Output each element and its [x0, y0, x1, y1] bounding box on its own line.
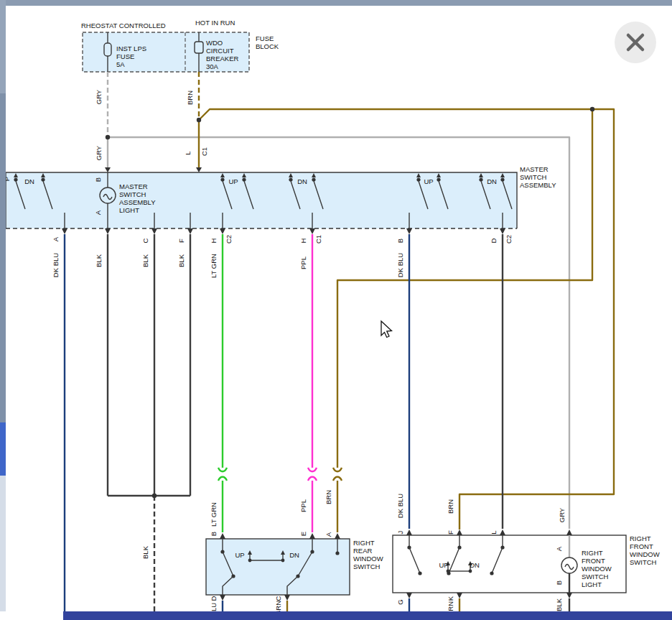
rear-switch-title: REAR [353, 547, 373, 555]
wire-color-label: BLK [141, 545, 149, 559]
close-icon [615, 22, 656, 63]
wire-brn [196, 72, 614, 611]
pin-label: L [490, 530, 498, 534]
switch-direction-label: UP [424, 177, 433, 185]
breaker-name: BREAKER [206, 55, 239, 63]
master-light-label: MASTER [119, 182, 148, 190]
wire-color-label: DK BLU [396, 494, 404, 518]
vertical-scrollbar-track[interactable] [0, 0, 6, 93]
front-light-label: LIGHT [582, 580, 602, 588]
front-switch-title: WINDOW [630, 550, 660, 558]
master-switch-title: SWITCH [520, 173, 547, 181]
master-light-label: SWITCH [119, 190, 146, 198]
wire-ppl [308, 234, 317, 539]
master-light-label: ASSEMBLY [119, 198, 156, 206]
rear-switch-title: SWITCH [353, 563, 381, 570]
connector-label: C1 [200, 147, 208, 156]
wire-color-label: DK BLU [52, 253, 60, 277]
wire-color-label: BRN [186, 91, 194, 105]
wire-color-label: BLK [555, 598, 563, 611]
fuse-name: INST LPS [116, 45, 146, 52]
horizontal-scrollbar[interactable] [0, 611, 672, 620]
wire-color-label: BLK [95, 254, 103, 267]
front-light-label: WINDOW [582, 565, 612, 573]
wire-lt-grn [218, 234, 227, 539]
pin-label: A [52, 236, 60, 241]
pin-label: G [396, 599, 404, 604]
pin-label: D [490, 238, 498, 243]
vertical-scrollbar-track[interactable] [0, 476, 6, 611]
breaker-name: WDO [206, 39, 223, 47]
wire-color-label: LT GRN [210, 254, 218, 278]
label-rheostat-controlled: RHEOSTAT CONTROLLED [81, 22, 166, 29]
connector-arrows [62, 228, 505, 234]
wire-color-label: PPL [299, 256, 307, 269]
connector-label: C1 [314, 235, 322, 244]
master-light-label: LIGHT [119, 206, 139, 214]
pin-label: F [447, 530, 454, 535]
wire-color-label: BLK [141, 254, 149, 267]
master-switch-title: MASTER [520, 165, 549, 173]
pin-label: C [141, 238, 149, 243]
wire-color-label: DK BLU [396, 253, 404, 277]
pin-label: F [177, 239, 185, 243]
pin-label: H [299, 238, 307, 243]
pin-label: B [94, 177, 102, 182]
pin-label: A [555, 546, 563, 551]
pin-label: B [396, 239, 404, 243]
pin-label: L [184, 151, 192, 154]
switch-direction-label: UP [235, 551, 244, 559]
window-frame-top [0, 0, 672, 6]
wiring-diagram-canvas: RHEOSTAT CONTROLLED HOT IN RUN FUSE BLOC… [0, 0, 672, 620]
switch-direction-label: DN [487, 177, 497, 185]
master-switch-assembly [6, 172, 517, 228]
pin-label: A [94, 210, 102, 215]
fuse-block-title: BLOCK [256, 42, 279, 50]
diagram-viewer: RHEOSTAT CONTROLLED HOT IN RUN FUSE BLOC… [0, 0, 672, 620]
label-hot-in-run: HOT IN RUN [195, 19, 235, 27]
horizontal-scrollbar-thumb[interactable] [63, 611, 672, 620]
switch-direction-label: DN [289, 551, 299, 559]
wire-color-label: BLK [177, 254, 185, 267]
pin-label: J [396, 530, 404, 534]
switch-direction-label: UP [439, 561, 448, 569]
master-switch-title: ASSEMBLY [520, 181, 556, 189]
vertical-scrollbar-thumb[interactable] [0, 422, 6, 476]
front-switch-title: RIGHT [630, 535, 651, 542]
rear-switch-title: WINDOW [353, 555, 383, 563]
switch-direction-label: DN [470, 561, 480, 569]
pin-label: K [447, 596, 454, 601]
front-light-label: SWITCH [582, 573, 609, 580]
front-light-label: RIGHT [582, 549, 603, 557]
pin-label: B [210, 532, 218, 536]
fuse-rating: 5A [116, 60, 125, 68]
vertical-scrollbar[interactable] [0, 0, 6, 611]
pin-label: C [274, 596, 282, 601]
fuse-name: FUSE [116, 52, 134, 60]
front-light-label: FRONT [582, 557, 605, 565]
mouse-cursor-icon [381, 321, 392, 338]
rear-switch-title: RIGHT [353, 539, 375, 547]
wire-color-label: BRN [325, 490, 332, 504]
close-button[interactable] [615, 22, 656, 63]
switch-direction-label: UP [228, 177, 238, 185]
fuse-block-title: FUSE [256, 34, 274, 42]
pin-label: A [325, 532, 332, 537]
fuse-block: RHEOSTAT CONTROLLED HOT IN RUN FUSE BLOC… [81, 19, 279, 72]
wire-color-label: BRN [447, 499, 454, 514]
breaker-rating: 30A [206, 63, 219, 70]
front-switch-title: SWITCH [630, 558, 657, 566]
front-switch-title: FRONT [630, 542, 653, 550]
connector-label: C2 [505, 235, 513, 244]
pin-label: H [210, 238, 218, 243]
connector-label: C2 [225, 235, 233, 244]
pin-label: B [555, 580, 563, 585]
pin-label: E [299, 532, 307, 536]
right-rear-window-switch-box [206, 539, 350, 595]
breaker-name: CIRCUIT [206, 47, 234, 55]
wire-color-label: PPL [299, 499, 307, 512]
wire-color-label: GRY [95, 145, 103, 160]
wire-color-label: GRY [95, 89, 103, 104]
switch-direction-label: DN [24, 177, 34, 185]
pin-label: D [210, 596, 218, 601]
